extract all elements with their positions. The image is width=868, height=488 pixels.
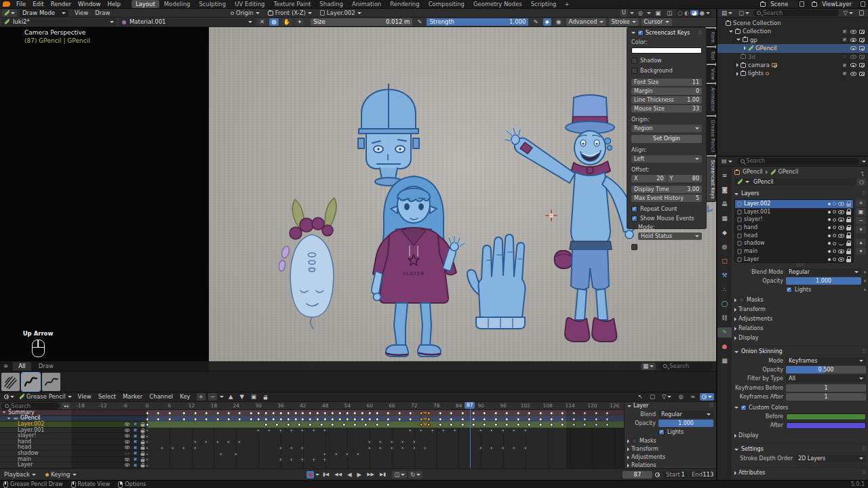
unlink-material-button[interactable]: ✕ (258, 18, 267, 26)
opacity-slider[interactable]: 1.000 (786, 277, 861, 285)
keyframe[interactable] (160, 446, 163, 449)
keyframe[interactable] (524, 428, 527, 432)
play-reverse-button[interactable]: ◀ (345, 471, 354, 479)
layer-specials-button[interactable]: ▾ (856, 226, 866, 233)
dope-menu-key[interactable]: Key (176, 394, 193, 400)
keyframe[interactable] (323, 458, 327, 461)
onion-skin-toggle-icon[interactable] (833, 202, 836, 205)
onion-before-color[interactable] (786, 413, 866, 420)
keyframe[interactable] (401, 446, 404, 449)
onion-skin-toggle-icon[interactable] (833, 218, 836, 222)
menu-edit[interactable]: Edit (29, 1, 47, 7)
keyframe[interactable] (490, 446, 494, 449)
properties-tab-data[interactable]: ✎ (717, 327, 732, 338)
move-layer-down-button[interactable]: ▾ (856, 247, 866, 255)
keyframe[interactable] (279, 446, 282, 449)
falloff-button[interactable]: ◉ (554, 18, 563, 26)
keyframe[interactable] (357, 452, 360, 455)
keyframe[interactable] (412, 441, 416, 444)
outliner-row-scene-collection[interactable]: Scene Collection (717, 19, 868, 27)
onion-skin-toggle-icon[interactable] (833, 258, 836, 261)
keyframe[interactable] (524, 446, 527, 449)
workspace-tab-sculpting[interactable]: Sculpting (195, 0, 230, 8)
mask-toggle-icon[interactable] (828, 258, 831, 261)
max-event-history-field[interactable]: Max Event History5 (631, 195, 702, 202)
settings-title[interactable]: Settings (741, 447, 764, 452)
shelf-search-input[interactable]: Search (660, 363, 713, 370)
channel-gpencil[interactable]: GPencil (0, 416, 624, 422)
keyframe[interactable] (368, 441, 371, 444)
keyframe[interactable] (301, 458, 304, 461)
snap-button-dope[interactable]: ≈ (688, 393, 697, 401)
dope-menu-channel[interactable]: Channel (146, 394, 176, 400)
keyframe[interactable] (193, 446, 197, 449)
box-select-button[interactable]: ▢ (648, 393, 657, 401)
keyframe[interactable] (345, 452, 349, 455)
keyframes-after-field[interactable]: 1 (786, 393, 866, 401)
lock-button[interactable] (261, 393, 270, 401)
mask-toggle-icon[interactable] (828, 211, 831, 214)
sidebar-section-adjustments[interactable]: Adjustments (627, 455, 713, 460)
hide-layer-icon[interactable] (838, 242, 844, 245)
keyframe[interactable] (368, 446, 371, 449)
origin-dropdown[interactable]: Region (631, 125, 702, 132)
use-preview-range-icon[interactable] (655, 472, 660, 477)
mask-toggle-icon[interactable] (828, 218, 831, 221)
gp-layer-row-layer[interactable]: Layer (735, 256, 853, 263)
onion-after-color[interactable] (786, 422, 866, 429)
gpencil-datablock-field[interactable]: GPencil (734, 178, 856, 186)
jump-to-end-button[interactable]: ▶▮ (378, 471, 388, 479)
keyframe[interactable] (501, 428, 505, 432)
play-button[interactable]: ▶ (355, 471, 364, 479)
menu-help[interactable]: Help (104, 1, 123, 7)
lights-checkbox[interactable] (786, 287, 792, 293)
channel-mute-checkbox[interactable] (133, 428, 137, 432)
hide-layer-icon[interactable] (838, 258, 844, 262)
selectable-checkbox[interactable] (842, 29, 847, 34)
sidebar-masks-section[interactable]: Masks (639, 439, 656, 444)
keyframe[interactable] (171, 446, 174, 449)
lock-layer-icon[interactable] (846, 259, 851, 262)
lock-layer-icon[interactable] (846, 219, 851, 222)
channel-main[interactable]: main (0, 457, 624, 463)
channel-lock-icon[interactable] (141, 465, 145, 468)
hide-layer-icon[interactable] (838, 202, 844, 206)
onion-display-section[interactable]: Display (738, 433, 759, 439)
onion-filter-dropdown[interactable]: All (786, 375, 866, 382)
selectable-checkbox[interactable] (842, 54, 847, 59)
keyframe[interactable] (234, 452, 237, 455)
keyframe[interactable] (408, 428, 412, 432)
channel-hide-icon[interactable] (125, 440, 130, 443)
blender-logo-icon[interactable] (3, 1, 10, 7)
onion-opacity-slider[interactable]: 0.500 (786, 366, 866, 373)
hide-viewport-icon[interactable] (850, 30, 856, 34)
sidebar-masks-checkbox[interactable] (632, 439, 637, 444)
section-relations[interactable]: Relations (734, 326, 866, 331)
current-frame-field[interactable]: 87 (623, 471, 652, 479)
move-layer-up-button[interactable]: ▴ (856, 239, 866, 246)
shelf-display-button[interactable]: ▦ (641, 363, 656, 370)
keyframe[interactable] (182, 446, 186, 449)
keyframe[interactable] (301, 428, 304, 432)
keyframe[interactable] (290, 458, 293, 461)
field-line-thickness[interactable]: Line Thickness1.00 (631, 96, 702, 104)
drawing-plane-dropdown[interactable]: Front (X-Z) (268, 10, 312, 16)
stabilizer-button[interactable]: ◈ (543, 18, 552, 26)
disable-render-icon[interactable] (859, 72, 865, 76)
disable-render-icon[interactable] (859, 30, 865, 34)
channel-lock-icon[interactable] (141, 424, 145, 426)
dope-menu-select[interactable]: Select (95, 394, 119, 400)
menu-file[interactable]: File (13, 1, 29, 7)
expand-icon[interactable] (736, 39, 741, 41)
workspace-tab-layout[interactable]: Layout (132, 0, 159, 8)
field-mouse-size[interactable]: Mouse Size33 (631, 105, 702, 113)
properties-tab-render[interactable]: ◙ (719, 185, 730, 195)
keyframe[interactable] (490, 428, 494, 432)
section-display[interactable]: Display (734, 336, 866, 341)
keyframe-options-icon[interactable] (220, 396, 224, 398)
keyframe[interactable] (204, 441, 208, 444)
hide-layer-icon[interactable] (838, 226, 844, 230)
onion-skin-toggle-icon[interactable] (833, 226, 836, 229)
new-scene-icon[interactable] (800, 1, 804, 7)
lock-layer-icon[interactable] (846, 203, 851, 207)
